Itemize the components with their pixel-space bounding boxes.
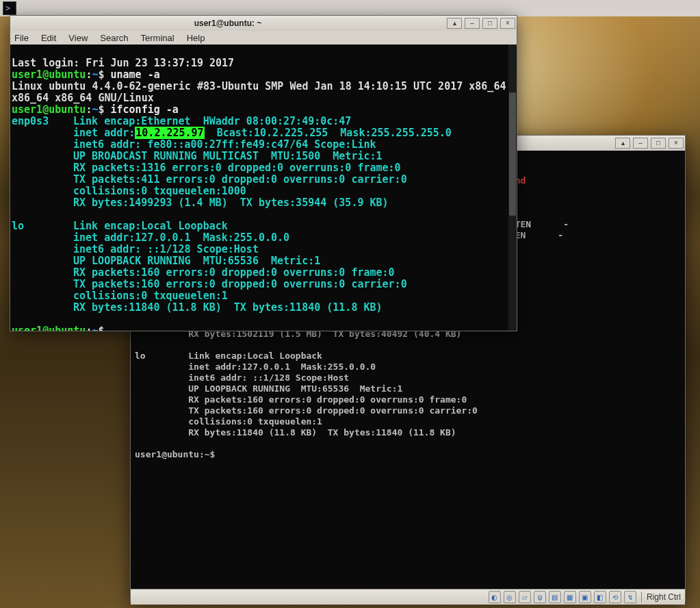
vm-prompt-idle[interactable]: user1@ubuntu:~$	[135, 449, 220, 459]
terminal-scrollbar[interactable]	[508, 45, 517, 331]
maximize-button[interactable]: □	[651, 138, 666, 149]
iface-lo: lo Link encap:Local Loopback	[135, 351, 322, 361]
prompt-user: user1@ubuntu	[12, 68, 86, 81]
last-login: Last login: Fri Jun 23 13:37:19 2017	[12, 57, 234, 69]
menu-file[interactable]: File	[14, 33, 29, 43]
terminal-window[interactable]: user1@ubuntu: ~ ▴ – □ × File Edit View S…	[10, 15, 517, 331]
cmd-ifconfig: ifconfig -a	[111, 103, 179, 116]
terminal-output[interactable]: Last login: Fri Jun 23 13:37:19 2017 use…	[10, 45, 517, 331]
menu-view[interactable]: View	[68, 33, 88, 43]
menu-search[interactable]: Search	[100, 33, 128, 43]
hdd-icon[interactable]: ◐	[489, 591, 501, 603]
virtualbox-statusbar: ◐ ◎ ▱ ψ ▤ ▦ ▣ ◧ ⟲ ↯ Right Ctrl	[131, 589, 685, 605]
clipboard-icon[interactable]: ◧	[594, 591, 606, 603]
host-key-label: Right Ctrl	[647, 592, 681, 602]
close-button[interactable]: ×	[500, 18, 515, 29]
minimize-button[interactable]: –	[633, 138, 648, 149]
prompt-path: ~	[92, 68, 98, 81]
iface-enp0s3-name: enp0s3	[12, 116, 73, 127]
scrollbar-thumb[interactable]	[509, 92, 516, 216]
maximize-button[interactable]: □	[482, 18, 497, 29]
stayontop-button[interactable]: ▴	[615, 138, 630, 149]
terminal-titlebar[interactable]: user1@ubuntu: ~ ▴ – □ ×	[10, 16, 517, 31]
drag-drop-icon[interactable]: ⟲	[609, 591, 621, 603]
terminal-menubar[interactable]: File Edit View Search Terminal Help	[10, 31, 517, 45]
menu-edit[interactable]: Edit	[41, 33, 56, 43]
network-icon[interactable]: ▦	[564, 591, 576, 603]
terminal-taskbar-icon[interactable]	[3, 1, 16, 15]
uname-output: Linux ubuntu 4.4.0-62-generic #83-Ubuntu…	[12, 81, 511, 104]
shared-folders-icon[interactable]: ▤	[549, 591, 561, 603]
stayontop-button[interactable]: ▴	[447, 18, 462, 29]
menu-help[interactable]: Help	[187, 33, 205, 43]
inet-addr-highlight: 10.2.225.97	[135, 127, 204, 139]
floppy-icon[interactable]: ▱	[519, 591, 531, 603]
mouse-integration-icon[interactable]: ↯	[624, 591, 636, 603]
display-icon[interactable]: ▣	[579, 591, 591, 603]
desktop-panel[interactable]	[0, 0, 700, 16]
usb-icon[interactable]: ψ	[534, 591, 546, 603]
terminal-cursor[interactable]	[111, 326, 117, 331]
terminal-title: user1@ubuntu: ~	[194, 18, 262, 28]
minimize-button[interactable]: –	[465, 18, 480, 29]
iface-lo-name: lo	[12, 220, 73, 232]
optical-icon[interactable]: ◎	[504, 591, 516, 603]
cmd-uname: uname -a	[111, 68, 160, 81]
close-button[interactable]: ×	[669, 138, 684, 149]
separator	[641, 592, 642, 603]
menu-terminal[interactable]: Terminal	[141, 33, 174, 43]
